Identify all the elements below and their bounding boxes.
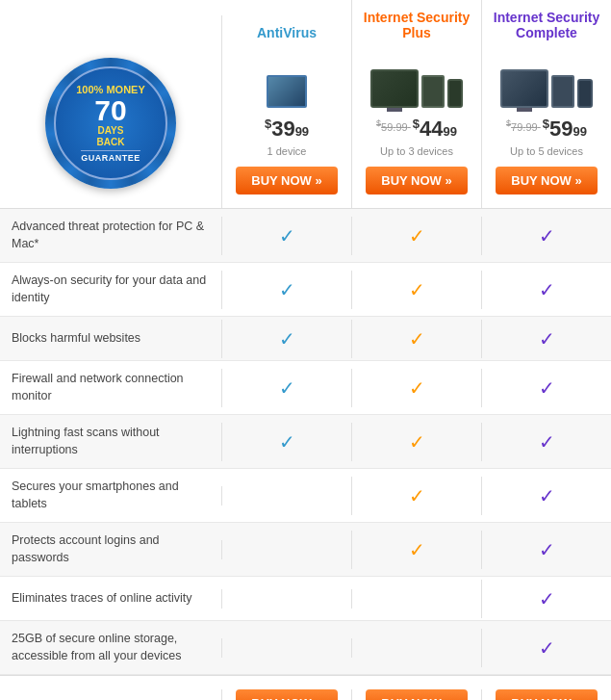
feature-check-security-plus: ✓ <box>351 320 481 358</box>
feature-check-security-plus: ✓ <box>351 531 481 569</box>
plan-security-plus-title: Internet Security Plus <box>357 10 476 40</box>
monitor-icon-2 <box>500 69 548 108</box>
comparison-table: 100% MONEY 70 DAYS BACK GUARANTEE AntiVi… <box>0 0 611 700</box>
feature-check-security-complete: ✓ <box>481 271 611 309</box>
footer-security-complete-buy-button[interactable]: BUY NOW » <box>496 689 597 700</box>
monitor-icon <box>370 69 419 108</box>
feature-check-security-plus: ✓ <box>351 369 481 407</box>
footer-row: BUY NOW » BUY NOW » BUY NOW » <box>0 675 611 700</box>
feature-label: Lightning fast scans without interruptio… <box>0 415 221 468</box>
plan-security-complete-devices: Up to 5 devices <box>487 145 606 157</box>
plan-antivirus-header: AntiVirus $3999 1 device BUY NOW » <box>221 15 351 208</box>
plan-security-plus-buy-button[interactable]: BUY NOW » <box>366 167 467 194</box>
plan-security-complete-header: Internet Security Complete $79.99 $5999 … <box>481 0 611 208</box>
plan-security-plus-price-new: $4499 <box>413 117 457 141</box>
badge-days-label: DAYS <box>98 125 124 137</box>
feature-row: Always-on security for your data and ide… <box>0 263 611 317</box>
feature-check-antivirus: ✓ <box>221 320 351 358</box>
feature-label: 25GB of secure online storage, accessibl… <box>0 621 221 674</box>
footer-security-plus-col: BUY NOW » <box>351 689 481 700</box>
plan-security-complete-price-new: $5999 <box>543 117 587 141</box>
plan-antivirus-buy-button[interactable]: BUY NOW » <box>236 167 337 194</box>
feature-check-security-complete: ✓ <box>481 580 611 618</box>
plan-security-plus-devices: Up to 3 devices <box>357 145 476 157</box>
tablet-icon <box>421 75 445 108</box>
feature-check-security-complete: ✓ <box>481 629 611 667</box>
features-container: Advanced threat protection for PC & Mac*… <box>0 209 611 675</box>
badge-inner: 100% MONEY 70 DAYS BACK GUARANTEE <box>54 66 167 180</box>
feature-row: Protects account logins and passwords✓✓ <box>0 523 611 577</box>
feature-row: Advanced threat protection for PC & Mac*… <box>0 209 611 263</box>
plan-antivirus-price-new: $3999 <box>265 117 309 141</box>
feature-check-security-complete: ✓ <box>481 531 611 569</box>
feature-check-security-plus: ✓ <box>351 217 481 255</box>
money-back-badge: 100% MONEY 70 DAYS BACK GUARANTEE <box>45 58 176 189</box>
feature-check-security-plus <box>351 589 481 609</box>
feature-label: Firewall and network connection monitor <box>0 361 221 414</box>
feature-check-antivirus: ✓ <box>221 369 351 407</box>
feature-label: Eliminates traces of online activity <box>0 581 221 617</box>
feature-label: Always-on security for your data and ide… <box>0 263 221 316</box>
feature-row: Lightning fast scans without interruptio… <box>0 415 611 469</box>
feature-check-antivirus: ✓ <box>221 423 351 461</box>
tablet-icon-2 <box>551 75 574 108</box>
footer-antivirus-col: BUY NOW » <box>221 689 351 700</box>
feature-check-security-plus: ✓ <box>351 477 481 515</box>
plan-security-complete-image <box>487 46 606 109</box>
feature-check-antivirus <box>221 540 351 559</box>
feature-check-security-plus: ✓ <box>351 423 481 461</box>
feature-row: 25GB of secure online storage, accessibl… <box>0 621 611 675</box>
phone-icon-2 <box>577 79 593 108</box>
feature-row: Eliminates traces of online activity✓ <box>0 577 611 621</box>
header-row: 100% MONEY 70 DAYS BACK GUARANTEE AntiVi… <box>0 0 611 209</box>
feature-label: Protects account logins and passwords <box>0 523 221 576</box>
feature-row: Firewall and network connection monitor✓… <box>0 361 611 415</box>
badge-guarantee-text: GUARANTEE <box>81 150 140 163</box>
badge-days-number: 70 <box>94 96 126 125</box>
feature-check-antivirus <box>221 638 351 658</box>
plan-security-plus-price: $59.99 $4499 <box>357 117 476 142</box>
feature-label: Blocks harmful websites <box>0 321 221 357</box>
plan-security-plus-image <box>357 46 476 109</box>
laptop-icon <box>267 75 307 108</box>
feature-row: Secures your smartphones and tablets✓✓ <box>0 469 611 523</box>
plan-security-complete-price-old: $79.99 <box>506 121 541 133</box>
feature-check-security-complete: ✓ <box>481 369 611 407</box>
plan-security-plus-price-old: $59.99 <box>376 121 411 133</box>
footer-security-plus-buy-button[interactable]: BUY NOW » <box>366 689 467 700</box>
feature-row: Blocks harmful websites✓✓✓ <box>0 317 611 361</box>
plan-antivirus-title: AntiVirus <box>227 25 346 40</box>
feature-check-security-complete: ✓ <box>481 423 611 461</box>
feature-check-antivirus: ✓ <box>221 217 351 255</box>
footer-antivirus-buy-button[interactable]: BUY NOW » <box>236 689 337 700</box>
feature-check-security-plus <box>351 638 481 658</box>
feature-check-security-plus: ✓ <box>351 271 481 309</box>
footer-security-complete-col: BUY NOW » <box>481 689 611 700</box>
feature-check-antivirus: ✓ <box>221 271 351 309</box>
plan-antivirus-price: $3999 <box>227 117 346 142</box>
plan-security-plus-header: Internet Security Plus $59.99 $4499 Up t… <box>351 0 481 208</box>
plan-security-complete-buy-button[interactable]: BUY NOW » <box>496 167 597 194</box>
feature-check-antivirus <box>221 486 351 506</box>
plan-security-complete-title: Internet Security Complete <box>487 10 606 40</box>
feature-check-security-complete: ✓ <box>481 477 611 515</box>
feature-check-security-complete: ✓ <box>481 217 611 255</box>
badge-area: 100% MONEY 70 DAYS BACK GUARANTEE <box>0 39 221 208</box>
plan-antivirus-devices: 1 device <box>227 145 346 157</box>
plan-antivirus-image <box>227 46 346 109</box>
phone-icon <box>447 79 463 108</box>
plan-security-complete-price: $79.99 $5999 <box>487 117 606 142</box>
feature-label: Advanced threat protection for PC & Mac* <box>0 209 221 262</box>
feature-check-security-complete: ✓ <box>481 320 611 358</box>
badge-back-text: BACK <box>97 137 125 148</box>
feature-label: Secures your smartphones and tablets <box>0 469 221 522</box>
feature-check-antivirus <box>221 589 351 609</box>
